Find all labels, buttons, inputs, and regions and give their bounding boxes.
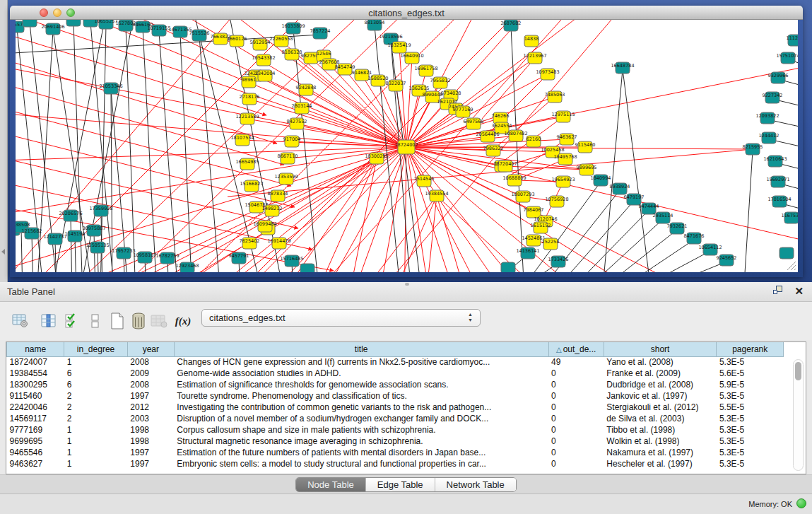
citation-network-graph[interactable]: 2405572420691406106552571527802846616010… [16,20,798,272]
graph-edge[interactable] [16,147,406,161]
table-cell[interactable]: 0 [548,402,604,413]
graph-edge[interactable] [376,147,406,272]
function-builder-icon[interactable]: f(x) [174,312,192,330]
table-cell[interactable]: 5.3E-5 [717,458,784,469]
table-cell[interactable]: Nakamura et al. (1997) [604,447,717,458]
table-row[interactable]: 946554611997Estimation of the future num… [7,447,784,458]
graph-edge[interactable] [743,151,753,272]
left-panel-strip[interactable] [0,0,8,282]
graph-edge[interactable] [180,33,192,272]
table-cell[interactable]: Wolkin et al. (1998) [604,436,717,447]
table-row[interactable]: 977716911998Corpus callosum shape and si… [7,424,784,436]
graph-edge[interactable] [32,235,33,272]
table-cell[interactable]: 2 [64,413,127,424]
graph-edge[interactable] [111,90,112,272]
graph-edge[interactable] [242,140,406,147]
table-row[interactable]: 911546021997Tourette syndrome. Phenomeno… [7,390,784,402]
table-cell[interactable]: Disruption of a novel member of a sodium… [174,413,548,424]
table-cell[interactable]: Corpus callosum shape and size in male p… [174,424,548,436]
graph-edge[interactable] [16,133,295,207]
close-icon[interactable]: ✕ [794,286,804,296]
table-cell[interactable]: 5.5E-5 [717,402,784,413]
table-cell[interactable]: 6 [64,368,127,379]
graph-node[interactable] [501,262,515,272]
table-cell[interactable]: Jankovic et al. (1997) [604,390,717,402]
network-window[interactable]: citations_edges.txt 24055724206914061065… [10,6,803,277]
graph-edge[interactable] [482,58,535,119]
delete-column-icon[interactable] [129,312,148,330]
table-cell[interactable]: 0 [548,424,604,436]
table-cell[interactable]: 9777169 [7,424,64,436]
table-settings-icon[interactable] [11,312,30,330]
table-cell[interactable]: 2009 [127,368,174,379]
graph-edge[interactable] [71,217,72,272]
graph-edge[interactable] [16,33,266,115]
network-canvas[interactable]: 2405572420691406106552571527802846616010… [16,20,798,272]
table-cell[interactable]: 1 [64,436,127,447]
table-cell[interactable]: de Silva et al. (2003) [604,413,717,424]
graph-edge[interactable] [643,262,726,272]
table-cell[interactable]: 0 [548,390,604,402]
graph-edge[interactable] [348,147,406,272]
table-cell[interactable]: 1 [64,447,127,458]
table-cell[interactable]: 22420046 [7,402,64,413]
table-cell[interactable]: 5.3E-5 [717,436,784,447]
table-cell[interactable]: 18300295 [7,379,64,390]
table-row[interactable]: 1830029562008Estimation of significance … [7,379,784,390]
table-cell[interactable]: 5.3E-5 [717,447,784,458]
table-selector-dropdown[interactable]: citations_edges.txt ▲▼ [201,309,481,327]
table-cell[interactable]: 0 [548,379,604,390]
graph-edge[interactable] [627,251,710,272]
rows-icon[interactable] [86,312,105,330]
column-header[interactable]: pagerank [717,342,784,356]
table-cell[interactable]: 1 [64,458,127,469]
graph-edge[interactable] [406,147,461,272]
table-row[interactable]: 2242004622012Investigating the contribut… [7,402,784,413]
table-cell[interactable]: 2008 [127,356,174,368]
graph-node[interactable] [300,264,314,272]
table-cell[interactable]: 5.3E-5 [717,356,784,368]
table-cell[interactable]: 9115460 [7,390,64,402]
table-cell[interactable]: 2012 [127,402,174,413]
table-cell[interactable]: Tourette syndrome. Phenomenology and cla… [174,390,548,402]
graph-edge[interactable] [348,158,377,272]
table-cell[interactable]: Dudbridge et al. (2008) [604,379,717,390]
table-cell[interactable]: 2003 [127,413,174,424]
table-cell[interactable]: Estimation of significance thresholds fo… [174,379,548,390]
table-cell[interactable]: Hescheler et al. (1997) [604,458,717,469]
graph-node[interactable] [66,20,81,26]
table-cell[interactable]: Estimation of the future numbers of pati… [174,447,548,458]
tab-network-table[interactable]: Network Table [435,478,516,491]
table-cell[interactable]: 0 [548,413,604,424]
table-cell[interactable]: 1 [64,424,127,436]
table-cell[interactable]: Franke et al. (2009) [604,368,717,379]
table-cell[interactable]: Changes of HCN gene expression and I(f) … [174,356,548,368]
table-cell[interactable]: 0 [548,447,604,458]
table-cell[interactable]: 9699695 [7,436,64,447]
table-cell[interactable]: 49 [548,356,604,368]
splitter-handle[interactable] [405,283,409,286]
table-row[interactable]: 1456911722003Disruption of a novel membe… [7,413,784,424]
column-header[interactable]: year [127,342,174,356]
graph-edge[interactable] [21,228,23,272]
column-header[interactable]: △out_de... [548,342,604,356]
table-cell[interactable]: 1997 [127,390,174,402]
table-cell[interactable]: 6 [64,379,127,390]
graph-edge[interactable] [623,69,652,272]
table-tabs[interactable]: Node TableEdge TableNetwork Table [295,477,517,492]
table-cell[interactable]: Structural magnetic resonance image aver… [174,436,548,447]
graph-edge[interactable] [602,69,623,272]
table-cell[interactable]: 19384554 [7,368,64,379]
table-cell[interactable]: 0 [548,368,604,379]
graph-node[interactable] [23,20,37,27]
table-row[interactable]: 969969511998Structural magnetic resonanc… [7,436,784,447]
tab-node-table[interactable]: Node Table [296,478,366,491]
table-cell[interactable]: 1997 [127,458,174,469]
table-panel-header[interactable]: Table Panel ✕ [0,282,812,302]
table-cell[interactable]: 0 [548,458,604,469]
table-cell[interactable]: Investigating the contribution of common… [174,402,548,413]
float-window-icon[interactable] [773,286,784,296]
table-cell[interactable]: 5.3E-5 [717,390,784,402]
network-window-titlebar[interactable]: citations_edges.txt [10,6,803,20]
table-row[interactable]: 1938455462009Genome-wide association stu… [7,368,784,379]
